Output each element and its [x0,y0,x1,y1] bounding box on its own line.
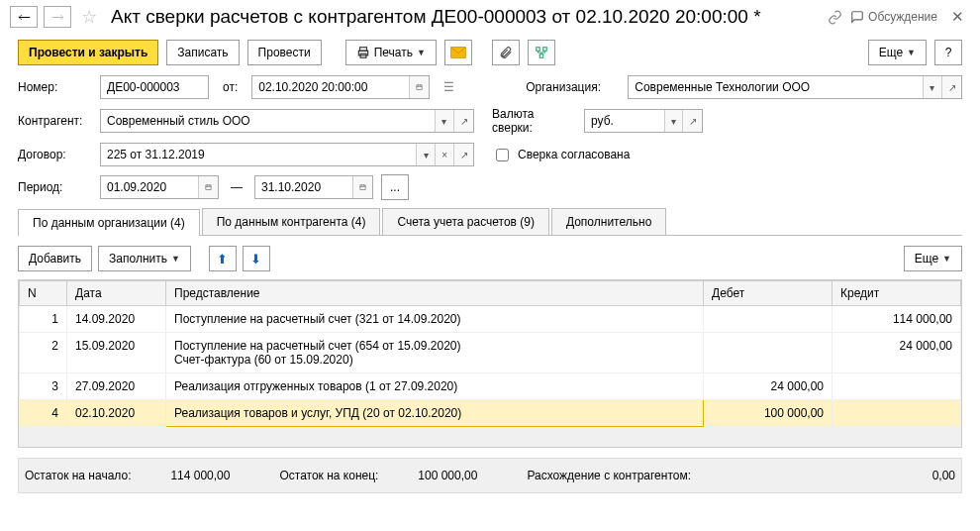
col-date[interactable]: Дата [67,281,166,306]
cell-debit[interactable] [704,333,833,373]
move-down-button[interactable]: ⬇ [243,246,270,271]
calendar-icon[interactable] [409,76,429,98]
tree-icon [535,46,548,59]
counterparty-label: Контрагент: [18,114,92,128]
col-repr[interactable]: Представление [166,281,704,306]
dropdown-icon[interactable]: ▾ [435,110,453,132]
tab-accounts[interactable]: Счета учета расчетов (9) [382,208,548,235]
period-from-input[interactable] [101,176,198,198]
table-row[interactable]: 114.09.2020Поступление на расчетный счет… [20,306,961,333]
cell-date[interactable]: 15.09.2020 [67,333,166,373]
svg-rect-5 [543,48,547,52]
open-icon[interactable]: ↗ [941,76,961,98]
table-row[interactable]: 402.10.2020Реализация товаров и услуг, У… [20,400,961,427]
start-balance-label: Остаток на начало: [25,469,131,482]
cell-credit[interactable]: 24 000,00 [833,333,961,373]
calendar-icon[interactable] [352,176,372,198]
more-button[interactable]: Еще ▼ [868,40,927,65]
table-row[interactable]: 215.09.2020Поступление на расчетный счет… [20,333,961,373]
help-button[interactable]: ? [934,40,962,65]
cell-n[interactable]: 2 [20,333,67,373]
svg-rect-4 [537,48,540,52]
email-icon [450,47,466,58]
email-button[interactable] [444,40,472,65]
cell-n[interactable]: 3 [20,373,67,400]
contract-input[interactable] [101,144,416,165]
cell-repr[interactable]: Реализация отгруженных товаров (1 от 27.… [166,373,704,400]
clear-icon[interactable]: × [435,144,453,165]
cell-credit[interactable] [833,373,961,400]
number-input[interactable] [101,76,208,98]
cell-repr[interactable]: Поступление на расчетный счет (654 от 15… [166,333,704,373]
forward-button[interactable]: 🡒 [44,6,71,28]
cell-repr[interactable]: Поступление на расчетный счет (321 от 14… [166,306,704,333]
settlement-table: N Дата Представление Дебет Кредит 114.09… [19,280,961,427]
dropdown-icon[interactable]: ▾ [416,144,435,165]
submit-button[interactable]: Провести [247,40,322,65]
org-input[interactable] [629,76,923,98]
cell-n[interactable]: 1 [20,306,67,333]
tab-additional[interactable]: Дополнительно [551,208,666,235]
col-credit[interactable]: Кредит [833,281,961,306]
cell-repr[interactable]: Реализация товаров и услуг, УПД (20 от 0… [166,400,704,427]
move-up-button[interactable]: ⬆ [209,246,237,271]
cell-credit[interactable] [833,400,961,427]
currency-label: Валюта сверки: [482,107,576,135]
currency-input[interactable] [585,110,664,132]
tab-org-data[interactable]: По данным организации (4) [18,209,200,236]
back-button[interactable]: 🡐 [10,6,38,28]
discussion-button[interactable]: Обсуждение [850,10,937,24]
paperclip-icon [499,46,513,59]
date-input[interactable] [252,76,409,98]
counterparty-input[interactable] [101,110,435,132]
print-button[interactable]: Печать ▼ [345,40,437,65]
period-select-button[interactable]: ... [381,174,409,200]
submit-and-close-button[interactable]: Провести и закрыть [18,40,158,65]
table-row[interactable]: 327.09.2020Реализация отгруженных товаро… [20,373,961,400]
cell-n[interactable]: 4 [20,400,67,427]
tab-counterparty-data[interactable]: По данным контрагента (4) [202,208,381,235]
open-icon[interactable]: ↗ [453,144,473,165]
number-label: Номер: [18,80,92,94]
link-icon[interactable] [828,10,842,25]
open-icon[interactable]: ↗ [453,110,473,132]
svg-rect-7 [417,85,422,90]
period-separator: — [227,180,246,194]
period-to-input[interactable] [255,176,352,198]
table-footer-spacer [19,427,961,447]
col-debit[interactable]: Дебет [704,281,833,306]
cell-credit[interactable]: 114 000,00 [833,306,961,333]
structure-button[interactable] [528,40,555,65]
agreed-label: Сверка согласована [518,148,630,161]
dropdown-icon[interactable]: ▾ [923,76,941,98]
cell-debit[interactable] [704,306,833,333]
fill-button[interactable]: Заполнить ▼ [98,246,191,271]
end-balance-value: 100 000,00 [388,469,477,482]
cell-date[interactable]: 14.09.2020 [67,306,166,333]
diff-label: Расхождение с контрагентом: [527,469,691,482]
summary-bar: Остаток на начало: 114 000,00 Остаток на… [18,458,962,493]
calendar-icon[interactable] [198,176,218,198]
col-n[interactable]: N [20,281,67,306]
cell-debit[interactable]: 100 000,00 [704,400,833,427]
window-title: Акт сверки расчетов с контрагентом ДЕ00-… [107,6,822,28]
diff-value: 0,00 [701,469,955,482]
agreed-checkbox[interactable] [496,149,509,161]
add-row-button[interactable]: Добавить [18,246,92,271]
table-more-button[interactable]: Еще ▼ [904,246,962,271]
chevron-down-icon: ▼ [417,48,426,57]
dropdown-icon[interactable]: ▾ [664,110,682,132]
open-icon[interactable]: ↗ [682,110,702,132]
org-label: Организация: [526,80,620,94]
close-button[interactable]: ✕ [945,8,970,26]
favorite-star-icon[interactable]: ☆ [77,6,101,28]
from-label: от: [217,80,244,94]
save-button[interactable]: Записать [166,40,239,65]
cell-date[interactable]: 27.09.2020 [67,373,166,400]
cell-debit[interactable]: 24 000,00 [704,373,833,400]
start-balance-value: 114 000,00 [141,469,230,482]
list-icon[interactable]: ☰ [438,80,460,94]
printer-icon [356,46,370,59]
attachment-button[interactable] [492,40,520,65]
cell-date[interactable]: 02.10.2020 [67,400,166,427]
